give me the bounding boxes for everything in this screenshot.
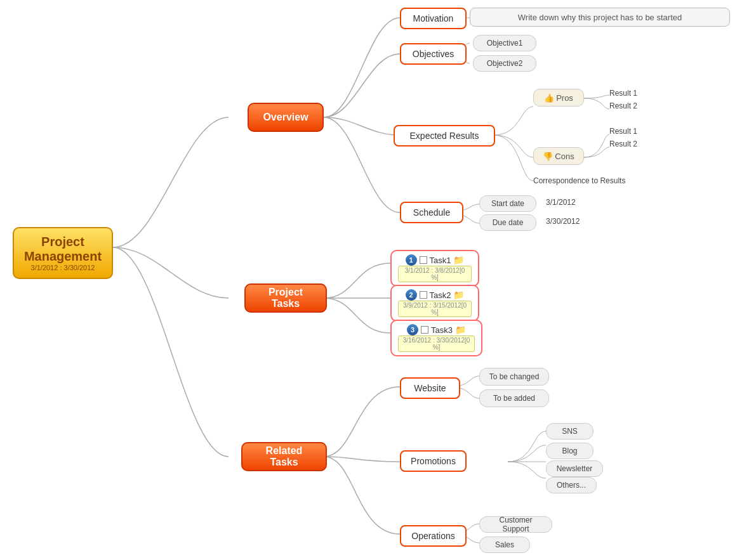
pros-result1: Result 1 — [609, 89, 637, 98]
promotions-node[interactable]: Promotions — [400, 450, 467, 472]
task1-name: Task1 — [430, 256, 451, 265]
correspondence-node: Correspondence to Results — [533, 176, 625, 185]
promotions-label: Promotions — [411, 456, 456, 466]
website-label: Website — [414, 383, 446, 393]
pros-result2: Result 2 — [609, 101, 637, 110]
task3-name: Task3 — [431, 325, 453, 335]
due-date-node: Due date — [479, 214, 536, 231]
customer-support-node: Customer Support — [479, 516, 552, 533]
task2-date: 3/9/2012 : 3/15/2012[0 %] — [398, 301, 472, 317]
project-tasks-label: Project Tasks — [257, 287, 314, 309]
objective1-node: Objective1 — [473, 35, 536, 51]
task2-name: Task2 — [430, 290, 451, 300]
to-be-changed-node: To be changed — [479, 368, 549, 386]
sns-node: SNS — [546, 423, 594, 440]
cons-node[interactable]: 👎 Cons — [533, 147, 584, 165]
start-date-node: Start date — [479, 195, 536, 212]
connections-svg — [0, 0, 756, 560]
objectives-label: Objectives — [413, 49, 454, 59]
task3-folder-icon: 📁 — [455, 325, 466, 335]
task1-checkbox[interactable] — [420, 256, 427, 264]
schedule-node[interactable]: Schedule — [400, 202, 463, 223]
start-date-val: 3/1/2012 — [546, 198, 576, 207]
root-node[interactable]: Project Management 3/1/2012 : 3/30/2012 — [13, 227, 113, 279]
root-date: 3/1/2012 : 3/30/2012 — [31, 264, 95, 271]
schedule-label: Schedule — [413, 207, 450, 218]
mindmap: Project Management 3/1/2012 : 3/30/2012 … — [0, 0, 756, 560]
due-date-val: 3/30/2012 — [546, 217, 580, 226]
task1-num: 1 — [406, 254, 417, 266]
cons-result1: Result 1 — [609, 127, 637, 136]
operations-node[interactable]: Operations — [400, 525, 467, 547]
task3-num: 3 — [407, 324, 418, 335]
task2-folder-icon: 📁 — [453, 290, 464, 300]
pros-node[interactable]: 👍 Pros — [533, 89, 584, 107]
objectives-node[interactable]: Objectives — [400, 43, 467, 65]
expected-results-node[interactable]: Expected Results — [394, 125, 495, 147]
task1-date: 3/1/2012 : 3/8/2012[0 %] — [398, 266, 472, 282]
task2-num: 2 — [406, 289, 417, 301]
task2-checkbox[interactable] — [420, 291, 427, 299]
to-be-added-node: To be added — [479, 389, 549, 407]
task1-folder-icon: 📁 — [453, 255, 464, 265]
sales-node: Sales — [479, 537, 530, 553]
related-tasks-node[interactable]: Related Tasks — [241, 442, 327, 471]
others-node: Others... — [546, 477, 597, 493]
newsletter-node: Newsletter — [546, 460, 603, 477]
expected-results-label: Expected Results — [410, 131, 479, 141]
task3-date: 3/16/2012 : 3/30/2012[0 %] — [398, 335, 475, 352]
task3-node[interactable]: 3 Task3 📁 3/16/2012 : 3/30/2012[0 %] — [390, 320, 482, 356]
motivation-label: Motivation — [413, 13, 454, 23]
task2-node[interactable]: 2 Task2 📁 3/9/2012 : 3/15/2012[0 %] — [390, 285, 479, 322]
objective2-node: Objective2 — [473, 55, 536, 72]
task1-node[interactable]: 1 Task1 📁 3/1/2012 : 3/8/2012[0 %] — [390, 250, 479, 287]
cons-result2: Result 2 — [609, 140, 637, 148]
root-label: Project Management — [24, 235, 102, 264]
overview-label: Overview — [263, 112, 308, 123]
cons-label: Cons — [555, 152, 574, 161]
operations-label: Operations — [411, 531, 454, 541]
website-node[interactable]: Website — [400, 377, 460, 399]
project-tasks-node[interactable]: Project Tasks — [244, 283, 327, 313]
blog-node: Blog — [546, 443, 594, 459]
overview-node[interactable]: Overview — [248, 103, 324, 132]
pros-label: Pros — [556, 93, 573, 103]
related-tasks-label: Related Tasks — [254, 445, 314, 468]
motivation-desc-text: Write down why this project has to be st… — [518, 13, 682, 22]
task3-checkbox[interactable] — [421, 326, 428, 334]
motivation-node[interactable]: Motivation — [400, 8, 467, 29]
motivation-desc: Write down why this project has to be st… — [470, 8, 730, 27]
